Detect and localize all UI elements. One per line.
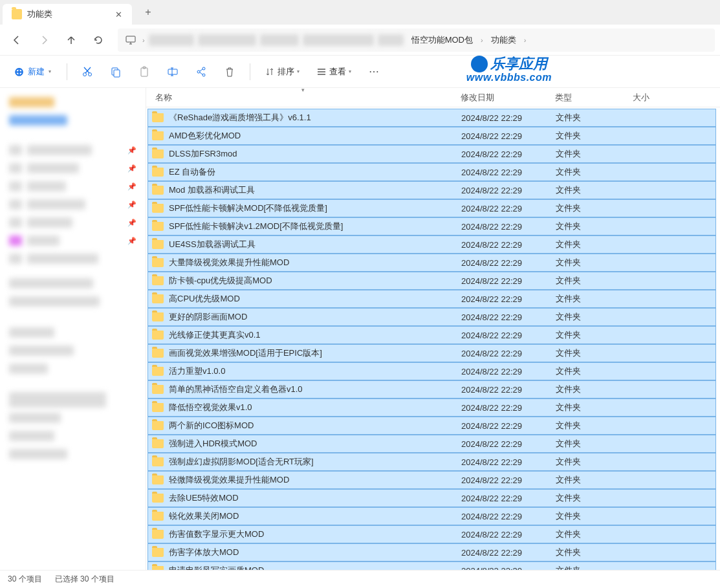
file-row[interactable]: 画面视觉效果增强MOD[适用于EPIC版本]2024/8/22 22:29文件夹 (147, 344, 716, 362)
column-name-header[interactable]: 名称 (151, 92, 461, 103)
more-button[interactable]: ⋯ (362, 60, 386, 84)
file-row[interactable]: EZ 自动备份2024/8/22 22:29文件夹 (147, 163, 716, 181)
chevron-right-icon: › (142, 36, 145, 44)
folder-icon (152, 385, 164, 394)
file-row[interactable]: SPF低性能卡顿解决MOD[不降低视觉质量]2024/8/22 22:29文件夹 (147, 199, 716, 217)
column-date-header[interactable]: 修改日期 (461, 92, 555, 103)
svg-point-1 (83, 72, 87, 76)
file-row[interactable]: 高CPU优先级MOD2024/8/22 22:29文件夹 (147, 290, 716, 308)
file-type: 文件夹 (556, 438, 633, 450)
file-row[interactable]: AMD色彩优化MOD2024/8/22 22:29文件夹 (147, 127, 716, 145)
file-date: 2024/8/22 22:29 (461, 222, 556, 232)
file-row[interactable]: 大量降级视觉效果提升性能MOD2024/8/22 22:29文件夹 (147, 254, 716, 272)
close-tab-button[interactable]: ✕ (114, 10, 123, 19)
folder-icon (152, 548, 164, 557)
content-pane: ▾ 名称 修改日期 类型 大小 《ReShade游戏画质增强工具》v6.1.12… (146, 88, 720, 570)
path-segment-blurred (260, 34, 299, 46)
file-date: 2024/8/22 22:29 (461, 385, 556, 395)
new-tab-button[interactable]: + (138, 6, 158, 18)
rename-button[interactable] (160, 60, 185, 84)
file-name: SPF低性能卡顿解决MOD[不降低视觉质量] (169, 202, 461, 214)
up-button[interactable] (60, 28, 83, 52)
chevron-down-icon: ▾ (297, 69, 300, 74)
file-row[interactable]: 锐化效果关闭MOD2024/8/22 22:29文件夹 (147, 507, 716, 525)
file-row[interactable]: 更好的阴影画面MOD2024/8/22 22:29文件夹 (147, 308, 716, 326)
file-row[interactable]: 去除UE5特效MOD2024/8/22 22:29文件夹 (147, 489, 716, 507)
file-date: 2024/8/22 22:29 (461, 240, 556, 250)
watermark: 乐享应用 www.vbbbs.com (466, 56, 552, 83)
file-type: 文件夹 (556, 221, 633, 232)
folder-icon (152, 294, 164, 303)
column-headers: ▾ 名称 修改日期 类型 大小 (146, 88, 720, 107)
folder-icon (152, 439, 164, 448)
paste-button[interactable] (132, 60, 157, 84)
delete-button[interactable] (217, 60, 242, 84)
file-date: 2024/8/22 22:29 (461, 367, 556, 376)
path-segment-blurred (149, 34, 194, 46)
file-list[interactable]: 《ReShade游戏画质增强工具》v6.1.12024/8/22 22:29文件… (146, 107, 720, 570)
file-date: 2024/8/22 22:29 (461, 439, 556, 449)
file-row[interactable]: SPF低性能卡顿解决v1.2MOD[不降低视觉质量]2024/8/22 22:2… (147, 217, 716, 235)
folder-icon (152, 475, 164, 485)
file-row[interactable]: Mod 加载器和调试工具2024/8/22 22:29文件夹 (147, 181, 716, 199)
file-name: 防卡顿-cpu优先级提高MOD (169, 275, 461, 287)
file-row[interactable]: 《ReShade游戏画质增强工具》v6.1.12024/8/22 22:29文件… (147, 109, 716, 127)
folder-icon (152, 240, 164, 249)
file-name: 高CPU优先级MOD (169, 293, 461, 305)
file-row[interactable]: 申请电影风写实画质MOD2024/8/22 22:30文件夹 (147, 561, 716, 570)
folder-icon (152, 494, 164, 503)
file-row[interactable]: 简单的黑神话悟空自定义着色器v1.02024/8/22 22:29文件夹 (147, 380, 716, 398)
column-type-header[interactable]: 类型 (555, 92, 633, 103)
folder-icon (152, 149, 164, 158)
status-total: 30 个项目 (8, 574, 42, 585)
file-row[interactable]: 活力重塑v1.0.02024/8/22 22:29文件夹 (147, 362, 716, 380)
copy-button[interactable] (104, 60, 128, 84)
navbar: › 悟空功能MOD包 › 功能类 › (0, 25, 720, 56)
forward-button[interactable] (32, 28, 56, 52)
back-button[interactable] (5, 28, 28, 52)
file-type: 文件夹 (556, 329, 633, 341)
file-row[interactable]: 降低悟空视觉效果v1.02024/8/22 22:29文件夹 (147, 398, 716, 417)
file-row[interactable]: DLSS加FSR3mod2024/8/22 22:29文件夹 (147, 145, 716, 163)
separator (250, 63, 250, 80)
file-row[interactable]: 强制进入HDR模式MOD2024/8/22 22:29文件夹 (147, 435, 716, 453)
chevron-down-icon: ▾ (349, 69, 351, 74)
column-size-header[interactable]: 大小 (633, 92, 684, 103)
file-date: 2024/8/22 22:29 (461, 312, 556, 322)
folder-icon (12, 9, 22, 19)
cut-button[interactable] (75, 60, 100, 84)
file-row[interactable]: 伤害值数字显示更大MOD2024/8/22 22:29文件夹 (147, 525, 716, 543)
view-icon (316, 67, 327, 77)
file-name: UE4SS加载器调试工具 (169, 239, 461, 250)
file-type: 文件夹 (556, 474, 633, 486)
file-date: 2024/8/22 22:29 (461, 149, 556, 159)
file-type: 文件夹 (556, 456, 633, 468)
breadcrumb-segment[interactable]: 悟空功能MOD包 (408, 34, 477, 46)
share-button[interactable] (189, 60, 213, 84)
file-date: 2024/8/22 22:29 (461, 403, 556, 413)
file-name: 更好的阴影画面MOD (169, 311, 461, 323)
new-button[interactable]: ⊕ 新建 ▾ (6, 61, 59, 83)
file-row[interactable]: 两个新的ICO图标MOD2024/8/22 22:29文件夹 (147, 417, 716, 435)
file-name: AMD色彩优化MOD (169, 130, 461, 142)
titlebar: 功能类 ✕ + (0, 0, 720, 25)
file-row[interactable]: 防卡顿-cpu优先级提高MOD2024/8/22 22:29文件夹 (147, 272, 716, 290)
file-name: 画面视觉效果增强MOD[适用于EPIC版本] (169, 347, 461, 359)
sort-icon (265, 67, 275, 77)
file-type: 文件夹 (556, 275, 633, 287)
folder-icon (152, 131, 164, 140)
refresh-button[interactable] (87, 28, 110, 52)
svg-rect-7 (168, 69, 177, 74)
folder-icon (152, 349, 164, 358)
view-button[interactable]: 查看 ▾ (310, 62, 358, 82)
folder-icon (152, 421, 164, 430)
file-row[interactable]: 轻微降级视觉效果提升性能MOD2024/8/22 22:29文件夹 (147, 471, 716, 489)
address-bar[interactable]: › 悟空功能MOD包 › 功能类 › (118, 28, 715, 52)
breadcrumb-segment[interactable]: 功能类 (487, 34, 520, 46)
active-tab[interactable]: 功能类 ✕ (3, 4, 132, 25)
sort-button[interactable]: 排序 ▾ (258, 62, 306, 82)
file-row[interactable]: 光线修正使其更真实v0.12024/8/22 22:29文件夹 (147, 326, 716, 344)
file-row[interactable]: UE4SS加载器调试工具2024/8/22 22:29文件夹 (147, 235, 716, 254)
file-row[interactable]: 强制虚幻虚拟阴影MOD[适合无RT玩家]2024/8/22 22:29文件夹 (147, 453, 716, 471)
file-row[interactable]: 伤害字体放大MOD2024/8/22 22:29文件夹 (147, 543, 716, 561)
